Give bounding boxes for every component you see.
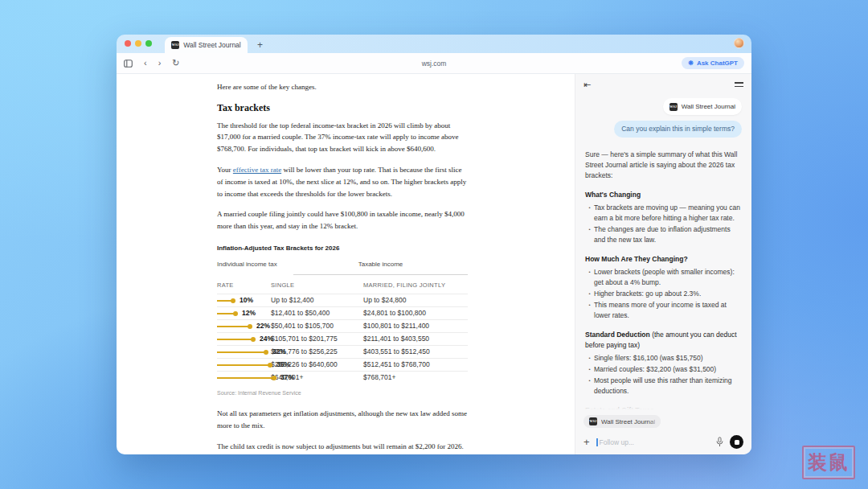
stop-icon (735, 440, 739, 445)
minimize-button[interactable] (135, 40, 141, 47)
assistant-section: What's Changing Tax brackets are moving … (585, 190, 742, 245)
ask-chatgpt-label: Ask ChatGPT (697, 60, 738, 67)
col-header-rate: RATE (217, 280, 271, 292)
voice-stop-button[interactable] (730, 435, 743, 449)
tab-title: Wall Street Journal (183, 41, 241, 49)
follow-up-input[interactable]: Follow up... (600, 438, 717, 446)
back-button[interactable]: ‹ (144, 59, 147, 68)
ask-chatgpt-button[interactable]: ❋ Ask ChatGPT (682, 57, 744, 69)
rate-bar (217, 351, 267, 354)
watermark-stamp: 装鼠 (802, 446, 855, 479)
table-row: 37% $640,601+ $768,701+ (217, 371, 468, 384)
article-paragraph-5: The child tax credit is now subject to a… (217, 441, 468, 453)
col-header-married: MARRIED, FILING JOINTLY (363, 280, 468, 292)
assistant-intro: Sure — here's a simple summary of what t… (585, 150, 742, 181)
collapse-sidebar-button[interactable]: ⇤ (583, 80, 591, 90)
rate-bar (217, 339, 254, 341)
assistant-section: How Much Are They Changing? Lower bracke… (585, 254, 742, 321)
heading-tax-brackets: Tax brackets (217, 102, 468, 114)
section-heading: Standard Deduction (the amount you can d… (585, 330, 742, 351)
bottom-source-chip[interactable]: WSJ Wall Street Journal (583, 415, 661, 428)
table-title: Inflation-Adjusted Tax Brackets for 2026 (217, 243, 468, 255)
wsj-icon: WSJ (589, 417, 597, 425)
section-heading: How Much Are They Changing? (585, 254, 742, 265)
browser-toolbar: ‹ › ↻ wsj.com ❋ Ask ChatGPT (117, 53, 751, 74)
mic-icon[interactable] (716, 437, 723, 447)
maximize-button[interactable] (145, 40, 152, 47)
bullet-item: This means more of your income is taxed … (585, 300, 742, 321)
article-paragraph-2: Your effective tax rate will be lower th… (217, 164, 468, 199)
table-row: 12% $12,401 to $50,400 $24,801 to $100,8… (217, 306, 468, 319)
chatgpt-logo-icon: ❋ (688, 60, 694, 67)
wsj-favicon-icon: WSJ (171, 41, 179, 49)
user-avatar[interactable] (734, 38, 744, 48)
bullet-item: Tax brackets are moving up — meaning you… (585, 203, 742, 224)
source-chip[interactable]: WSJ Wall Street Journal (663, 98, 742, 115)
user-message-bubble: Can you explain this in simple terms? (614, 121, 742, 138)
rate-bar (217, 326, 251, 328)
chatgpt-sidebar: ⇤ WSJ Wall Street Journal Can you explai… (575, 74, 751, 454)
rate-bar (217, 300, 234, 302)
wsj-icon: WSJ (669, 103, 678, 111)
section-heading: What's Changing (585, 190, 742, 200)
bullet-item: Higher brackets: go up about 2.3%. (585, 289, 742, 299)
forward-button[interactable]: › (158, 59, 162, 68)
col-header-single: SINGLE (271, 280, 363, 292)
assistant-message: Sure — here's a simple summary of what t… (585, 150, 742, 409)
article-intro: Here are some of the key changes. (217, 81, 468, 93)
bullet-item: The changes are due to inflation adjustm… (585, 224, 742, 245)
table-row: 24% $105,701 to $201,775 $211,401 to $40… (217, 332, 468, 345)
rate-bar (217, 364, 271, 367)
panel-toggle-button[interactable] (124, 60, 133, 68)
table-row: 35% $256,226 to $640,600 $512,451 to $76… (217, 358, 468, 371)
article-paragraph-4: Not all tax parameters get inflation adj… (217, 408, 468, 432)
browser-window: WSJ Wall Street Journal + ‹ › ↻ wsj.com … (117, 35, 751, 454)
table-row: 22% $50,401 to $105,700 $100,801 to $211… (217, 319, 468, 332)
new-tab-button[interactable]: + (257, 40, 263, 50)
traffic-lights (125, 35, 152, 53)
attach-button[interactable]: + (583, 436, 596, 448)
browser-tab[interactable]: WSJ Wall Street Journal (165, 37, 248, 53)
tax-brackets-table: Inflation-Adjusted Tax Brackets for 2026… (217, 243, 468, 400)
assistant-section: Standard Deduction (the amount you can d… (585, 330, 742, 397)
table-group-right: Taxable income (293, 259, 468, 275)
text-cursor (596, 438, 598, 446)
close-button[interactable] (125, 40, 131, 47)
article-paragraph-1: The threshold for the top federal income… (217, 120, 468, 155)
rate-bar (217, 377, 275, 380)
table-group-left: Individual income tax (217, 259, 293, 275)
article-pane: Here are some of the key changes. Tax br… (117, 74, 575, 454)
table-source: Source: Internal Revenue Service (217, 388, 468, 400)
reload-button[interactable]: ↻ (172, 59, 179, 68)
address-bar[interactable]: wsj.com (422, 60, 447, 68)
panel-icon (124, 60, 133, 68)
chat-input-area: WSJ Wall Street Journal + Follow up... (575, 409, 751, 454)
bullet-item: Married couples: $32,200 (was $31,500) (585, 364, 742, 375)
table-row: 32% $201,776 to $256,225 $403,551 to $51… (217, 345, 468, 358)
menu-icon[interactable] (735, 82, 743, 87)
effective-tax-rate-link[interactable]: effective tax rate (233, 166, 281, 174)
bullet-item: Lower brackets (people with smaller inco… (585, 267, 742, 288)
tab-bar: WSJ Wall Street Journal + (117, 35, 751, 53)
chat-scroll-area[interactable]: WSJ Wall Street Journal Can you explain … (575, 95, 751, 409)
table-row: 10% Up to $12,400 Up to $24,800 (217, 294, 468, 306)
sidebar-header: ⇤ (575, 74, 751, 95)
bullet-item: Single filers: $16,100 (was $15,750) (585, 353, 742, 364)
bullet-item: Most people will use this rather than it… (585, 376, 742, 397)
article-paragraph-3: A married couple filing jointly could ha… (217, 208, 468, 232)
rate-bar (217, 313, 236, 315)
